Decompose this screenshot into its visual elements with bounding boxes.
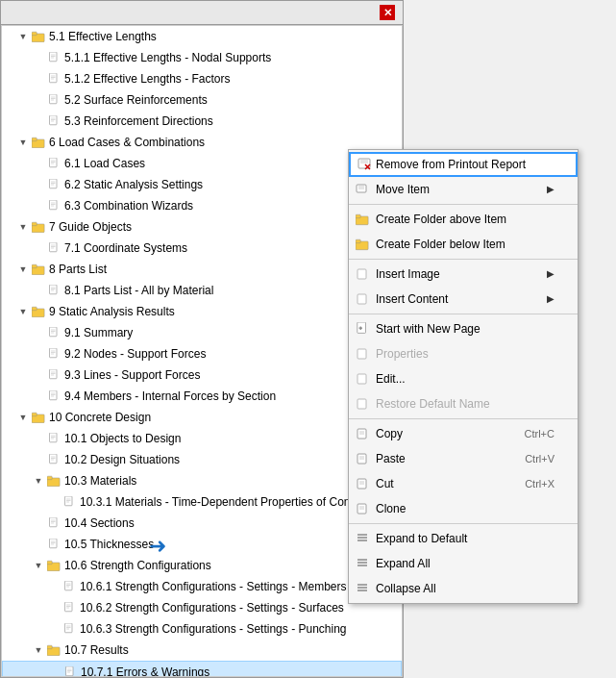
folder-icon bbox=[46, 643, 62, 657]
tree-item[interactable]: 9.1 Summary bbox=[2, 322, 402, 343]
tree-item[interactable]: 9.3 Lines - Support Forces bbox=[2, 364, 402, 386]
expand-arrow bbox=[33, 94, 44, 106]
tree-list: ▼ 5.1 Effective Lengths 5.1.1 Effective … bbox=[2, 26, 402, 677]
tree-item[interactable]: 8.1 Parts List - All by Material bbox=[2, 280, 402, 301]
tree-item[interactable]: 6.3 Combination Wizards bbox=[2, 195, 402, 216]
tree-item[interactable]: 10.6.1 Strength Configurations - Setting… bbox=[2, 576, 402, 597]
menu-item-properties: Properties bbox=[349, 341, 578, 366]
doc-icon bbox=[46, 72, 62, 86]
tree-item[interactable]: 10.6.2 Strength Configurations - Setting… bbox=[2, 597, 402, 618]
tree-item[interactable]: ▼ 9 Static Analysis Results bbox=[2, 301, 402, 322]
folder-below-icon bbox=[355, 237, 370, 252]
tree-item[interactable]: ▼ 5.1 Effective Lengths bbox=[2, 26, 402, 47]
menu-item-move[interactable]: Move Item▶ bbox=[349, 177, 578, 202]
expand-arrow: ▼ bbox=[17, 306, 29, 317]
expand-arrow bbox=[33, 454, 44, 465]
menu-item-remove[interactable]: Remove from Printout Report bbox=[349, 152, 578, 177]
tree-item-label: 10.2 Design Situations bbox=[64, 451, 180, 468]
tree-item-label: 9.1 Summary bbox=[64, 324, 133, 341]
tree-item[interactable]: 5.1.2 Effective Lengths - Factors bbox=[2, 68, 402, 89]
tree-item[interactable]: 7.1 Coordinate Systems bbox=[2, 238, 402, 259]
menu-item-expand_default[interactable]: Expand to Default bbox=[349, 526, 578, 551]
doc-icon bbox=[46, 199, 62, 213]
expand-arrow bbox=[48, 581, 60, 592]
menu-item-label: Expand to Default bbox=[376, 530, 467, 547]
menu-item-collapse_all[interactable]: Collapse All bbox=[349, 576, 578, 601]
tree-item[interactable]: ▼ 7 Guide Objects bbox=[2, 216, 402, 238]
menu-item-label: Create Folder above Item bbox=[376, 211, 506, 228]
menu-item-label: Clone bbox=[376, 500, 406, 517]
menu-item-folder_above[interactable]: Create Folder above Item bbox=[349, 207, 578, 232]
tree-item[interactable]: ▼ 10 Concrete Design bbox=[2, 407, 402, 428]
tree-item-label: 10.6.1 Strength Configurations - Setting… bbox=[80, 578, 346, 595]
tree-item-label: 10.3 Materials bbox=[64, 472, 136, 490]
tree-item[interactable]: 10.5 Thicknesses bbox=[2, 534, 402, 555]
tree-item-label: 7 Guide Objects bbox=[49, 218, 132, 236]
expand-arrow bbox=[33, 285, 44, 296]
menu-item-edit[interactable]: Edit... bbox=[349, 366, 578, 391]
tree-item[interactable]: 10.7.1 Errors & Warnings bbox=[2, 661, 402, 677]
menu-item-label: Edit... bbox=[376, 370, 406, 388]
menu-item-folder_below[interactable]: Create Folder below Item bbox=[349, 232, 578, 257]
tree-item-label: 10.1 Objects to Design bbox=[64, 430, 181, 447]
tree-item[interactable]: ▼ 8 Parts List bbox=[2, 259, 402, 280]
doc-icon bbox=[46, 326, 62, 339]
tree-item-label: 10.3.1 Materials - Time-Dependent Proper… bbox=[80, 493, 376, 511]
menu-item-label: Copy bbox=[376, 425, 403, 442]
tree-item[interactable]: ▼ 10.6 Strength Configurations bbox=[2, 555, 402, 576]
menu-item-clone[interactable]: Clone bbox=[349, 496, 578, 521]
doc-icon bbox=[46, 368, 62, 382]
menu-item-insert_image[interactable]: Insert Image▶ bbox=[349, 262, 578, 287]
tree-item[interactable]: 10.3.1 Materials - Time-Dependent Proper… bbox=[2, 491, 402, 513]
svg-rect-145 bbox=[357, 399, 366, 409]
tree-item[interactable]: 6.2 Static Analysis Settings bbox=[2, 174, 402, 195]
tree-item-label: 6.2 Static Analysis Settings bbox=[64, 176, 203, 193]
tree-item[interactable]: ▼ 10.7 Results bbox=[2, 640, 402, 661]
remove-icon bbox=[357, 157, 372, 172]
tree-item[interactable]: 9.2 Nodes - Support Forces bbox=[2, 343, 402, 364]
folder-icon bbox=[31, 305, 46, 318]
tree-item[interactable]: 10.2 Design Situations bbox=[2, 449, 402, 470]
tree-item[interactable]: ▼ 6 Load Cases & Combinations bbox=[2, 132, 402, 153]
tree-item[interactable]: 6.1 Load Cases bbox=[2, 153, 402, 174]
expand-arrow: ▼ bbox=[17, 31, 29, 42]
tree-item[interactable]: 10.6.3 Strength Configurations - Setting… bbox=[2, 618, 402, 640]
tree-container[interactable]: ▼ 5.1 Effective Lengths 5.1.1 Effective … bbox=[1, 25, 403, 677]
folder-above-icon bbox=[355, 212, 370, 227]
menu-item-shortcut: Ctrl+X bbox=[525, 475, 554, 492]
tree-item[interactable]: 9.4 Members - Internal Forces by Section bbox=[2, 386, 402, 407]
menu-item-expand_all[interactable]: Expand All bbox=[349, 551, 578, 576]
svg-rect-139 bbox=[357, 294, 366, 304]
context-menu: Remove from Printout ReportMove Item▶Cre… bbox=[348, 149, 579, 604]
tree-item[interactable]: 5.1.1 Effective Lengths - Nodal Supports bbox=[2, 47, 402, 68]
folder-icon bbox=[31, 263, 46, 276]
expand-arrow bbox=[33, 242, 44, 254]
close-button[interactable]: ✕ bbox=[380, 5, 395, 20]
menu-item-new_page[interactable]: Start with New Page bbox=[349, 316, 578, 341]
menu-item-paste[interactable]: PasteCtrl+V bbox=[349, 446, 578, 471]
tree-item-label: 10.6.3 Strength Configurations - Setting… bbox=[80, 620, 347, 638]
tree-item-label: 10.5 Thicknesses bbox=[64, 536, 154, 553]
expand-arrow: ▼ bbox=[17, 412, 29, 423]
tree-item-label: 10.7.1 Errors & Warnings bbox=[81, 664, 209, 677]
menu-item-cut[interactable]: CutCtrl+X bbox=[349, 471, 578, 496]
cut-icon bbox=[355, 476, 370, 491]
tree-item[interactable]: 5.3 Reinforcement Directions bbox=[2, 111, 402, 132]
expand-default-icon bbox=[355, 531, 370, 546]
expand-arrow bbox=[33, 539, 44, 550]
tree-item-label: 9.3 Lines - Support Forces bbox=[64, 366, 200, 384]
tree-item[interactable]: ▼ 10.3 Materials bbox=[2, 470, 402, 491]
menu-item-copy[interactable]: CopyCtrl+C bbox=[349, 421, 578, 446]
svg-rect-137 bbox=[356, 239, 360, 243]
tree-item[interactable]: 10.1 Objects to Design bbox=[2, 428, 402, 449]
doc-icon bbox=[46, 516, 62, 530]
svg-rect-73 bbox=[47, 476, 52, 480]
copy-icon bbox=[355, 426, 370, 441]
menu-separator bbox=[349, 418, 578, 419]
tree-item-label: 9.2 Nodes - Support Forces bbox=[64, 345, 206, 363]
menu-item-insert_content[interactable]: Insert Content▶ bbox=[349, 287, 578, 312]
content-icon bbox=[355, 291, 370, 307]
tree-item[interactable]: 10.4 Sections bbox=[2, 513, 402, 534]
tree-item-label: 5.1.1 Effective Lengths - Nodal Supports bbox=[64, 49, 271, 66]
tree-item[interactable]: 5.2 Surface Reinforcements bbox=[2, 89, 402, 111]
